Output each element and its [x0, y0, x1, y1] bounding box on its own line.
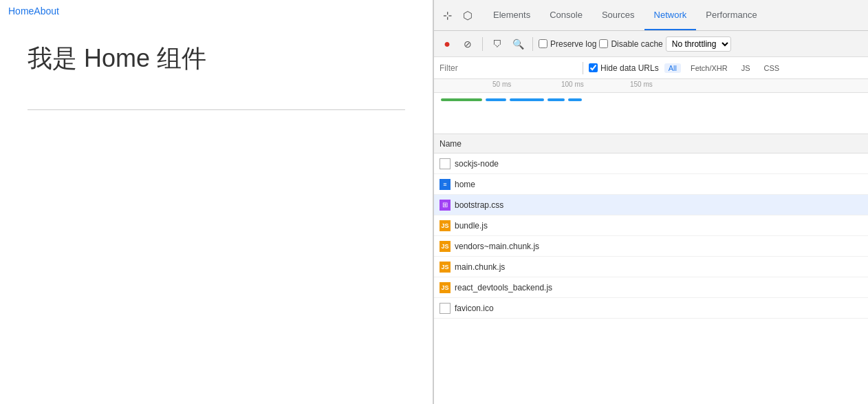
file-row-favicon[interactable]: favicon.ico — [434, 298, 868, 319]
timeline-bar-5 — [568, 98, 582, 101]
file-row-react-devtools[interactable]: JS react_devtools_backend.js — [434, 277, 868, 298]
file-name-main-chunk: main.chunk.js — [455, 262, 505, 272]
preserve-log-checkbox[interactable] — [539, 39, 547, 48]
file-name-bootstrap: bootstrap.css — [455, 200, 503, 210]
filter-xhr-button[interactable]: Fetch/XHR — [686, 63, 732, 73]
preserve-log-label[interactable]: Preserve log — [539, 39, 596, 49]
file-icon-main-chunk: JS — [440, 262, 451, 273]
file-icon-bundle: JS — [440, 220, 451, 231]
home-link[interactable]: Home — [8, 6, 34, 17]
filter-input[interactable] — [440, 63, 577, 73]
file-icon-vendors: JS — [440, 241, 451, 252]
file-row-main-chunk[interactable]: JS main.chunk.js — [434, 257, 868, 277]
network-toolbar: ● ⊘ ⛉ 🔍 Preserve log Disable cache No th… — [434, 31, 868, 57]
timeline-ruler: 50 ms 100 ms 150 ms — [434, 79, 868, 93]
file-icon-favicon — [440, 303, 451, 314]
filter-css-button[interactable]: CSS — [760, 63, 784, 73]
hide-data-urls-checkbox[interactable] — [589, 63, 598, 72]
tab-elements[interactable]: Elements — [484, 0, 540, 30]
ruler-100ms: 100 ms — [561, 81, 584, 88]
file-name-vendors: vendors~main.chunk.js — [455, 242, 539, 251]
file-name-bundle: bundle.js — [455, 221, 488, 231]
toolbar-separator-2 — [532, 37, 533, 51]
filter-separator — [583, 62, 583, 74]
file-row-bundle[interactable]: JS bundle.js — [434, 215, 868, 236]
timeline-bar-2 — [486, 98, 506, 101]
devtools-tabs: ⊹ ⬡ Elements Console Sources Network Per… — [434, 0, 868, 31]
page-nav: HomeAbout — [0, 0, 433, 22]
page-area: HomeAbout 我是 Home 组件 — [0, 0, 433, 404]
filter-bar: Hide data URLs All Fetch/XHR JS CSS — [434, 57, 868, 79]
file-list-area: Name sockjs-node ≡ home ⊞ bootstrap.css … — [434, 134, 868, 404]
ruler-150ms: 150 ms — [630, 81, 653, 88]
timeline-area: 50 ms 100 ms 150 ms — [434, 79, 868, 134]
file-icon-home: ≡ — [440, 179, 451, 190]
filter-icon[interactable]: ⛉ — [488, 35, 506, 53]
about-link[interactable]: About — [34, 6, 59, 17]
clear-button[interactable]: ⊘ — [459, 35, 477, 53]
devtools-panel: ⊹ ⬡ Elements Console Sources Network Per… — [433, 0, 868, 404]
disable-cache-text: Disable cache — [611, 39, 662, 49]
throttle-select[interactable]: No throttling — [666, 36, 731, 52]
preserve-log-text: Preserve log — [550, 39, 596, 49]
timeline-bar-3 — [510, 98, 544, 101]
file-list-header: Name — [434, 134, 868, 153]
file-row-vendors[interactable]: JS vendors~main.chunk.js — [434, 236, 868, 257]
file-name-sockjs-node: sockjs-node — [455, 159, 499, 169]
file-row-bootstrap[interactable]: ⊞ bootstrap.css — [434, 195, 868, 215]
hide-data-urls-text: Hide data URLs — [600, 63, 659, 73]
tab-performance[interactable]: Performance — [696, 0, 766, 30]
timeline-bar-1 — [441, 98, 482, 101]
tab-network[interactable]: Network — [644, 0, 697, 30]
tab-console[interactable]: Console — [540, 0, 592, 30]
file-name-home: home — [455, 180, 475, 189]
tab-sources[interactable]: Sources — [592, 0, 644, 30]
filter-all-button[interactable]: All — [664, 63, 681, 73]
file-row-sockjs-node[interactable]: sockjs-node — [434, 153, 868, 174]
hide-data-urls-label[interactable]: Hide data URLs — [589, 63, 659, 73]
file-row-home[interactable]: ≡ home — [434, 174, 868, 195]
file-icon-react-devtools: JS — [440, 282, 451, 293]
timeline-bar-4 — [547, 98, 565, 101]
name-column-header: Name — [440, 139, 462, 149]
file-name-favicon: favicon.ico — [455, 304, 494, 313]
device-icon[interactable]: ⬡ — [457, 5, 478, 25]
toolbar-separator-1 — [482, 37, 483, 51]
disable-cache-label[interactable]: Disable cache — [599, 39, 662, 49]
inspect-icon[interactable]: ⊹ — [437, 5, 457, 25]
page-divider — [28, 109, 405, 110]
tab-list: Elements Console Sources Network Perform… — [484, 0, 767, 30]
page-content: 我是 Home 组件 — [0, 22, 433, 109]
file-icon-bootstrap: ⊞ — [440, 200, 451, 211]
timeline-graph — [434, 93, 868, 134]
file-icon-sockjs-node — [440, 158, 451, 169]
file-name-react-devtools: react_devtools_backend.js — [455, 283, 552, 293]
search-icon[interactable]: 🔍 — [509, 35, 527, 53]
filter-js-button[interactable]: JS — [737, 63, 755, 73]
page-heading: 我是 Home 组件 — [28, 43, 405, 75]
ruler-50ms: 50 ms — [492, 81, 511, 88]
disable-cache-checkbox[interactable] — [599, 39, 608, 48]
record-button[interactable]: ● — [438, 35, 456, 53]
